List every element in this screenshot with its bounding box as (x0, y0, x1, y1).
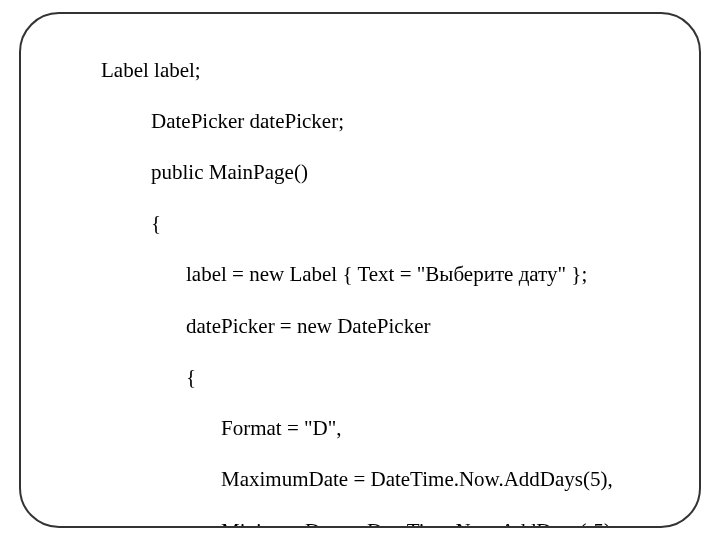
code-line: Format = "D", (31, 416, 689, 442)
code-line: MaximumDate = DateTime.Now.AddDays(5), (31, 467, 689, 493)
code-frame: Label label; DatePicker datePicker; publ… (19, 12, 701, 528)
code-line: datePicker = new DatePicker (31, 314, 689, 340)
code-line: Label label; (31, 58, 689, 84)
code-line: DatePicker datePicker; (31, 109, 689, 135)
code-line: { (31, 365, 689, 391)
code-line: { (31, 211, 689, 237)
code-line: MinimumDate = DateTime.Now.AddDays(-5) (31, 519, 689, 528)
code-line: public MainPage() (31, 160, 689, 186)
code-block: Label label; DatePicker datePicker; publ… (31, 32, 689, 528)
code-line: label = new Label { Text = "Выберите дат… (31, 262, 689, 288)
